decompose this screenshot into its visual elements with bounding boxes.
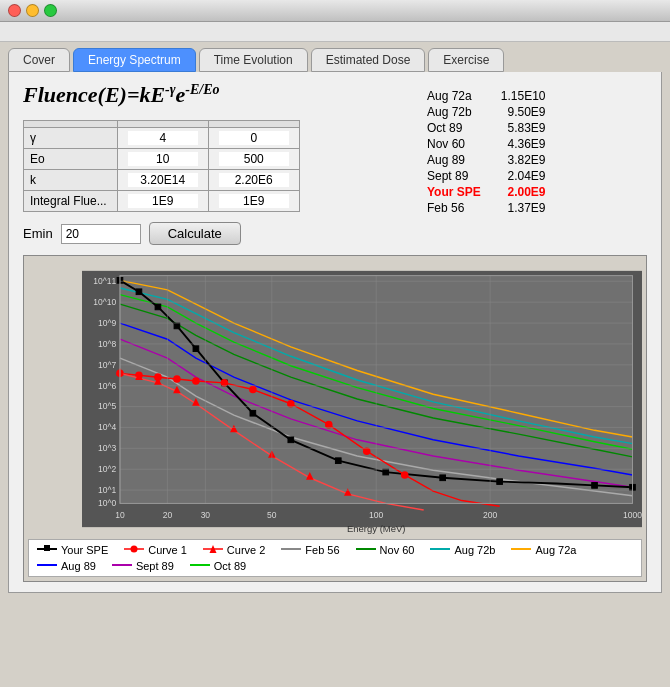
param-val1[interactable] xyxy=(117,149,208,170)
ranking-event: Nov 60 xyxy=(417,136,491,152)
param-val2[interactable] xyxy=(208,149,299,170)
svg-text:100: 100 xyxy=(369,510,383,520)
legend-item-your-spe: Your SPE xyxy=(37,544,108,556)
chart-container: 10^11 10^10 10^9 10^8 10^7 10^6 10^5 10^… xyxy=(23,255,647,582)
svg-rect-5 xyxy=(174,323,180,329)
param-val1[interactable] xyxy=(117,128,208,149)
legend-item-curve1: Curve 1 xyxy=(124,544,187,556)
svg-point-79 xyxy=(131,546,138,553)
ranking-event: Aug 72b xyxy=(417,104,491,120)
svg-rect-8 xyxy=(250,411,256,417)
svg-text:10^9: 10^9 xyxy=(98,318,116,328)
legend-icon-your-spe xyxy=(37,544,57,556)
legend-icon-nov60 xyxy=(356,544,376,556)
param-label: Integral Flue... xyxy=(24,191,118,212)
legend-item-feb56: Feb 56 xyxy=(281,544,339,556)
legend-item-sept89: Sept 89 xyxy=(112,560,174,572)
ranking-event: Aug 89 xyxy=(417,152,491,168)
svg-rect-12 xyxy=(440,475,446,481)
tab-exercise[interactable]: Exercise xyxy=(428,48,504,72)
legend-label-nov60: Nov 60 xyxy=(380,544,415,556)
legend-label-aug72b: Aug 72b xyxy=(454,544,495,556)
close-button[interactable] xyxy=(8,4,21,17)
svg-text:10^5: 10^5 xyxy=(98,402,116,412)
ranking-event: Your SPE xyxy=(417,184,491,200)
svg-text:10^0: 10^0 xyxy=(98,499,116,509)
ranking-value: 2.00E9 xyxy=(491,184,556,200)
param-event1-header xyxy=(117,121,208,128)
svg-rect-14 xyxy=(592,483,598,489)
tab-cover[interactable]: Cover xyxy=(8,48,70,72)
main-content: Fluence(E)=kE-γe-E/Eo γ Eo k xyxy=(8,72,662,593)
ranking-section: Aug 72a 1.15E10 Aug 72b 9.50E9 Oct 89 5.… xyxy=(417,82,647,245)
ranking-event: Aug 72a xyxy=(417,88,491,104)
svg-text:10^8: 10^8 xyxy=(98,339,116,349)
svg-text:30: 30 xyxy=(201,510,211,520)
param-empty-header xyxy=(24,121,118,128)
tab-estimated-dose[interactable]: Estimated Dose xyxy=(311,48,426,72)
emin-label: Emin xyxy=(23,226,53,241)
svg-rect-11 xyxy=(383,470,389,476)
svg-text:10^2: 10^2 xyxy=(98,464,116,474)
param-val1[interactable] xyxy=(117,170,208,191)
svg-rect-9 xyxy=(288,437,294,443)
window-controls[interactable] xyxy=(8,4,57,17)
emin-section: Emin Calculate xyxy=(23,222,397,245)
ranking-row: Your SPE 2.00E9 xyxy=(417,184,556,200)
ranking-value: 1.15E10 xyxy=(491,88,556,104)
svg-rect-6 xyxy=(193,346,199,352)
svg-text:200: 200 xyxy=(483,510,497,520)
svg-text:50: 50 xyxy=(267,510,277,520)
param-label: Eo xyxy=(24,149,118,170)
ranking-value: 1.37E9 xyxy=(491,200,556,216)
tab-time-evolution[interactable]: Time Evolution xyxy=(199,48,308,72)
ranking-event: Feb 56 xyxy=(417,200,491,216)
param-val2[interactable] xyxy=(208,128,299,149)
legend-icon-aug72b xyxy=(430,544,450,556)
ranking-event: Sept 89 xyxy=(417,168,491,184)
legend-item-oct89: Oct 89 xyxy=(190,560,246,572)
legend-icon-feb56 xyxy=(281,544,301,556)
legend-icon-aug72a xyxy=(511,544,531,556)
svg-text:1000: 1000 xyxy=(623,510,642,520)
svg-text:10^3: 10^3 xyxy=(98,444,116,454)
svg-point-26 xyxy=(401,471,409,479)
svg-text:10^4: 10^4 xyxy=(98,423,116,433)
legend-label-curve2: Curve 2 xyxy=(227,544,266,556)
chart-svg: 10^11 10^10 10^9 10^8 10^7 10^6 10^5 10^… xyxy=(82,264,642,534)
maximize-button[interactable] xyxy=(44,4,57,17)
legend-item-aug72b: Aug 72b xyxy=(430,544,495,556)
legend-icon-aug89 xyxy=(37,560,57,572)
ranking-row: Aug 72a 1.15E10 xyxy=(417,88,556,104)
ranking-row: Aug 72b 9.50E9 xyxy=(417,104,556,120)
svg-point-22 xyxy=(249,386,257,394)
svg-text:Energy (MeV): Energy (MeV) xyxy=(347,523,406,534)
table-row: Eo xyxy=(24,149,300,170)
legend-icon-oct89 xyxy=(190,560,210,572)
legend-item-curve2: Curve 2 xyxy=(203,544,266,556)
svg-rect-10 xyxy=(335,458,341,464)
svg-rect-3 xyxy=(136,289,142,295)
param-val2[interactable] xyxy=(208,191,299,212)
ranking-row: Feb 56 1.37E9 xyxy=(417,200,556,216)
table-row: Integral Flue... xyxy=(24,191,300,212)
svg-text:10^6: 10^6 xyxy=(98,381,116,391)
legend-label-oct89: Oct 89 xyxy=(214,560,246,572)
calculate-button[interactable]: Calculate xyxy=(149,222,241,245)
ranking-value: 9.50E9 xyxy=(491,104,556,120)
param-val1[interactable] xyxy=(117,191,208,212)
ranking-value: 4.36E9 xyxy=(491,136,556,152)
param-val2[interactable] xyxy=(208,170,299,191)
svg-text:10^1: 10^1 xyxy=(98,485,116,495)
tab-energy-spectrum[interactable]: Energy Spectrum xyxy=(73,48,196,72)
minimize-button[interactable] xyxy=(26,4,39,17)
emin-input[interactable] xyxy=(61,224,141,244)
legend-item-aug72a: Aug 72a xyxy=(511,544,576,556)
param-label: k xyxy=(24,170,118,191)
ranking-row: Nov 60 4.36E9 xyxy=(417,136,556,152)
legend-label-aug89: Aug 89 xyxy=(61,560,96,572)
title-bar xyxy=(0,0,670,22)
legend-icon-curve1 xyxy=(124,544,144,556)
legend-icon-sept89 xyxy=(112,560,132,572)
ranking-value: 3.82E9 xyxy=(491,152,556,168)
